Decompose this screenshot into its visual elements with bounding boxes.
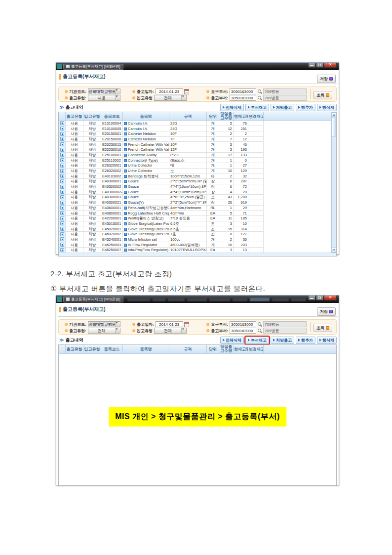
table-row[interactable]: 사용 처방 E40300001 Gauze 2"*2"(5cm*5cm) 8P …	[59, 179, 332, 184]
table-row[interactable]: 사용 처방 E45015001 Glove Surgical(Latex Pow…	[59, 221, 332, 226]
vertical-scrollbar[interactable]	[331, 112, 336, 253]
dept-stock-button[interactable]: 부서재고	[245, 104, 269, 111]
row-selector-icon[interactable]	[60, 169, 64, 173]
row-selector-icon[interactable]	[60, 211, 64, 215]
table-row[interactable]: 사용 처방 E20230016 French Catheter With Val…	[59, 147, 332, 152]
close-button[interactable]	[324, 63, 337, 68]
save-button[interactable]: 저장	[317, 75, 336, 83]
out-dept-code-input[interactable]: 3050163000	[230, 95, 256, 101]
chevron-down-icon[interactable]	[181, 95, 186, 100]
search-icon[interactable]	[257, 322, 262, 327]
window-tab[interactable]: 출고등록(부서재고) [MIS운영]	[63, 64, 123, 70]
row-selector-icon[interactable]	[60, 221, 64, 225]
row-selector-icon[interactable]	[60, 179, 64, 183]
table-row[interactable]: 사용 처방 E40300002 Gauze 4"*4"(10cm*10cm) 8…	[59, 184, 332, 189]
table-row[interactable]: 사용 처방 E20150008 Catheter Nelaton 7F 개 7 …	[59, 136, 332, 142]
table-row[interactable]: 사용 처방 E25110002 Connector(I-Type) Glass,…	[59, 158, 332, 163]
row-selector-icon[interactable]	[60, 127, 64, 130]
search-button[interactable]: 조회	[314, 91, 332, 99]
maximize-button[interactable]	[316, 296, 323, 300]
scrollbar-thumb[interactable]	[332, 118, 336, 136]
table-row[interactable]: 사용 처방 E40103002 Bandage 탄력붕대 10cm*215cm,…	[59, 173, 332, 179]
table-row[interactable]: 사용 처방 E20230015 French Catheter With Val…	[59, 142, 332, 147]
table-row[interactable]: 사용 처방 E45020002 Glove Dressing(Latex Pow…	[59, 231, 332, 237]
minimize-button[interactable]	[308, 63, 315, 68]
close-button[interactable]	[324, 296, 337, 300]
chevron-down-icon[interactable]	[115, 89, 120, 94]
delete-all-button[interactable]: 전체삭제	[220, 104, 244, 111]
rx-release-button[interactable]: 처방출고	[271, 337, 294, 344]
horizontal-scrollbar[interactable]	[59, 253, 336, 256]
save-button[interactable]: 저장	[317, 307, 336, 316]
row-selector-icon[interactable]	[60, 148, 64, 152]
add-row-button[interactable]: 행추가	[296, 104, 315, 111]
row-selector-icon[interactable]	[60, 174, 64, 178]
row-selector-icon[interactable]	[60, 153, 64, 157]
delete-row-button[interactable]: 행삭제	[317, 104, 337, 111]
table-row[interactable]: 사용 처방 E40600001 Peha-haft(자착성고정붕대) 4cm*4…	[59, 205, 332, 211]
in-type-select[interactable]: 전체	[154, 95, 187, 101]
org-code-select[interactable]: 경북대학교병원	[88, 321, 120, 327]
table-row[interactable]: 사용 처방 E26320001 Urine Collector 대 개 1 27	[59, 163, 332, 169]
row-selector-icon[interactable]	[60, 185, 64, 189]
table-row[interactable]: 사용 처방 E45250003 IV Flow Regulator 4600-0…	[59, 242, 332, 248]
table-row[interactable]: 사용 처방 E20150001 Catheter Nelaton 10F 개 2…	[59, 131, 332, 136]
row-selector-icon[interactable]	[60, 243, 64, 247]
table-row[interactable]: 사용 처방 E40300002-1 Gauze 4"*4"(10cm*10cm)…	[59, 189, 332, 195]
calendar-icon[interactable]	[184, 89, 189, 94]
out-type-select[interactable]: 사용	[88, 95, 120, 101]
chevron-down-icon[interactable]	[115, 322, 120, 327]
out-dept-code-input[interactable]: 3050163000	[230, 328, 256, 334]
add-row-button[interactable]: 행추가	[296, 337, 315, 344]
table-row[interactable]: 사용 처방 E10100005 Cannula I.V. 24G 개 12 25…	[59, 126, 332, 131]
out-date-input[interactable]: 2014-01-23	[156, 88, 183, 94]
table-row[interactable]: 사용 처방 E42200001 Welfix(웰픽스 반창고) 7*10 성인용…	[59, 215, 332, 221]
maximize-button[interactable]	[316, 63, 323, 68]
in-type-select[interactable]: 전체	[154, 328, 187, 334]
chevron-down-icon[interactable]	[181, 328, 186, 333]
search-icon[interactable]	[257, 328, 262, 334]
row-selector-icon[interactable]	[60, 227, 64, 231]
chevron-down-icon[interactable]	[115, 95, 120, 100]
scroll-down-icon[interactable]	[332, 248, 336, 253]
table-row[interactable]: 사용 처방 E40300021 Gauze(Y) 2"*2"(5cm*5cm)"…	[59, 200, 332, 205]
table-row[interactable]: 사용 처방 E25100001 Connector 3-Way P.V.C 개 …	[59, 152, 332, 158]
out-type-select[interactable]: 전체	[88, 328, 120, 334]
req-dept-code-input[interactable]: 3050163000	[230, 88, 256, 94]
table-row[interactable]: 사용 처방 E40800001 Rogg Latexfree Haft Crep…	[59, 211, 332, 216]
rx-release-button[interactable]: 처방출고	[271, 104, 294, 111]
search-icon[interactable]	[257, 89, 262, 94]
dept-stock-button-highlighted[interactable]: 부서재고	[245, 337, 269, 344]
calendar-icon[interactable]	[184, 322, 189, 327]
row-selector-icon[interactable]	[60, 132, 64, 136]
table-row[interactable]: 사용 처방 E45020001 Glove Dressing(Latex Pow…	[59, 226, 332, 232]
req-dept-code-input[interactable]: 3050163000	[230, 321, 256, 327]
row-selector-icon[interactable]	[60, 164, 64, 168]
row-selector-icon[interactable]	[60, 195, 64, 199]
row-selector-icon[interactable]	[60, 190, 64, 194]
table-row[interactable]: 사용 처방 E26320002 Urine Collector 소 개 10 1…	[59, 168, 332, 173]
window-tab[interactable]: 출고등록(부서재고) [MIS운영]	[63, 297, 123, 302]
row-selector-icon[interactable]	[60, 142, 64, 146]
row-selector-icon[interactable]	[60, 248, 64, 252]
org-code-select[interactable]: 경북대학교병원	[88, 88, 120, 94]
row-selector-icon[interactable]	[60, 232, 64, 236]
row-selector-icon[interactable]	[60, 137, 64, 141]
window-titlebar[interactable]: 출고등록(부서재고) [MIS운영]	[56, 296, 339, 303]
table-row[interactable]: 사용 처방 E45240001 Micro Infusion set 100cc…	[59, 237, 332, 242]
table-row[interactable]: 사용 처방 E45250007 Infu-Pro(Flow Regulator)…	[59, 248, 332, 253]
search-button[interactable]: 조회	[314, 324, 332, 332]
row-selector-icon[interactable]	[60, 237, 64, 241]
delete-row-button[interactable]: 행삭제	[317, 337, 337, 344]
table-row[interactable]: 사용 처방 E40300003 Gauze 4"*8" 9P,250/s (멸균…	[59, 195, 332, 200]
row-selector-icon[interactable]	[60, 216, 64, 220]
row-selector-icon[interactable]	[60, 121, 64, 125]
scroll-up-icon[interactable]	[332, 112, 336, 117]
row-selector-icon[interactable]	[60, 206, 64, 210]
delete-all-button[interactable]: 전체삭제	[220, 337, 244, 344]
out-date-input[interactable]: 2014-01-23	[156, 321, 183, 327]
search-icon[interactable]	[257, 95, 262, 101]
table-row[interactable]: 사용 처방 E10100004 Cannula I.V. 22G 개 5 76	[59, 121, 332, 126]
row-selector-icon[interactable]	[60, 201, 64, 205]
minimize-button[interactable]	[308, 296, 315, 300]
